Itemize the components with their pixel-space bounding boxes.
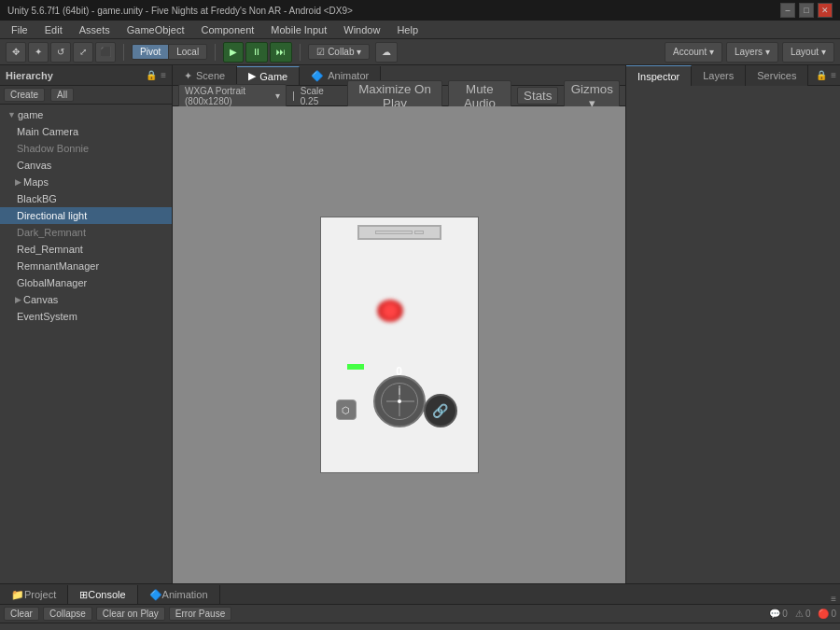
cloud-button[interactable]: ☁ [375,42,398,63]
warning-count: ⚠ 0 [795,609,811,619]
game-viewport: 0 🔗 ⬡ [173,106,625,583]
animation-icon: 🔷 [149,589,162,601]
tree-label-canvas-2: Canvas [23,294,58,305]
tree-item-main-camera[interactable]: Main Camera [0,123,172,140]
tree-item-dark-remnant[interactable]: Dark_Remnant [0,224,172,241]
tree-item-directional-light[interactable]: Directional light [0,207,172,224]
menu-file[interactable]: File [4,22,35,37]
tree-item-remnant-manager[interactable]: RemnantManager [0,258,172,274]
hierarchy-lock-icon[interactable]: 🔒 [146,70,157,80]
tab-console[interactable]: ⊞ Console [68,585,137,604]
console-status: 💬 0 ⚠ 0 🔴 0 [769,609,836,619]
inspector-label: Inspector [637,71,679,82]
stats-button[interactable]: Stats [517,87,558,105]
tree-item-blackbg[interactable]: BlackBG [0,190,172,207]
error-icon: 🔴 [818,609,829,619]
pause-button[interactable]: ⏸ [245,42,268,63]
tool-group: ✥ ✦ ↺ ⤢ ⬛ [6,42,116,63]
collab-button[interactable]: ☑ Collab ▾ [308,44,370,60]
inspector-menu-icon[interactable]: ≡ [831,70,836,80]
inspector-lock-icon[interactable]: 🔒 [816,70,827,80]
close-button[interactable]: ✕ [818,3,833,18]
game-toolbar: WXGA Portrait (800x1280) ▾ | Scale 0.25 … [173,86,625,106]
sep1 [123,44,124,61]
tree-item-global-manager[interactable]: GlobalManager [0,274,172,291]
menu-bar: File Edit Assets GameObject Component Mo… [0,21,840,39]
tab-project[interactable]: 📁 Project [0,585,68,604]
hand-tool[interactable]: ✥ [6,42,26,63]
move-tool[interactable]: ✦ [28,42,49,63]
all-button[interactable]: All [50,88,74,102]
layout-dropdown[interactable]: Layout ▾ [782,42,834,63]
menu-edit[interactable]: Edit [37,22,70,37]
console-toolbar: Clear Collapse Clear on Play Error Pause… [0,605,840,623]
clear-button[interactable]: Clear [4,607,39,621]
resolution-label: WXGA Portrait (800x1280) [185,86,273,106]
game-icon: ▶ [248,70,256,82]
rect-tool[interactable]: ⬛ [95,42,116,63]
menu-mobile-input[interactable]: Mobile Input [263,22,334,37]
tab-layers[interactable]: Layers [692,65,746,86]
rotate-tool[interactable]: ↺ [50,42,71,63]
account-dropdown[interactable]: Account ▾ [665,42,722,63]
phone-ui-bar [357,225,441,240]
tab-inspector[interactable]: Inspector [626,65,692,86]
right-tab-bar: Inspector Layers Services 🔒 ≡ [626,65,840,86]
layers-dropdown[interactable]: Layers ▾ [726,42,778,63]
collapse-button[interactable]: Collapse [43,607,92,621]
tree-item-game[interactable]: ▼ game [0,106,172,123]
console-tab-label: Console [88,589,125,600]
tree-label-remnant-manager: RemnantManager [17,260,99,272]
menu-component[interactable]: Component [193,22,261,37]
layers-tab-label: Layers [703,70,734,81]
joystick-inner: 0 [381,383,418,420]
resolution-dropdown[interactable]: WXGA Portrait (800x1280) ▾ [178,84,287,108]
services-tab-label: Services [757,70,796,81]
attack-button[interactable]: ⬡ [336,399,357,420]
tree-label-dark-remnant: Dark_Remnant [17,227,86,238]
link-button[interactable]: 🔗 [424,394,457,427]
tab-game[interactable]: ▶ Game [237,66,300,85]
tree-label-directional-light: Directional light [17,210,87,221]
pivot-button[interactable]: Pivot [133,45,169,59]
clear-on-play-button[interactable]: Clear on Play [96,607,165,621]
error-pause-button[interactable]: Error Pause [169,607,231,621]
menu-help[interactable]: Help [389,22,426,37]
tab-services[interactable]: Services [746,65,808,86]
menu-assets[interactable]: Assets [72,22,118,37]
tab-scene[interactable]: ✦ Scene [173,66,237,85]
local-button[interactable]: Local [169,45,206,59]
minimize-button[interactable]: – [780,3,795,18]
center-panel: ✦ Scene ▶ Game 🔷 Animator WXGA Portrait … [173,65,625,583]
console-area [0,623,840,630]
step-button[interactable]: ⏭ [270,42,292,63]
tree-item-maps[interactable]: ▶ Maps [0,174,172,190]
tree-item-canvas-2[interactable]: ▶ Canvas [0,291,172,308]
tree-label-blackbg: BlackBG [17,193,57,204]
console-icon: ⊞ [79,589,88,601]
scale-tool[interactable]: ⤢ [73,42,93,63]
bottom-menu-icon[interactable]: ≡ [831,594,836,604]
sep3 [300,44,301,61]
tree-label-maps: Maps [23,176,49,188]
toolbar: ✥ ✦ ↺ ⤢ ⬛ Pivot Local ▶ ⏸ ⏭ ☑ Collab ▾ ☁… [0,39,840,65]
play-button[interactable]: ▶ [223,42,244,63]
link-icon: 🔗 [432,403,448,418]
hierarchy-header-icons: 🔒 ≡ [146,70,166,80]
tab-game-label: Game [259,71,287,82]
tree-item-event-system[interactable]: EventSystem [0,308,172,325]
warning-icon: ⚠ [795,609,804,619]
tree-item-canvas-1[interactable]: Canvas [0,157,172,174]
tree-item-red-remnant[interactable]: Red_Remnant [0,241,172,258]
maximize-button[interactable]: □ [799,3,814,18]
tree-list: ▼ game Main Camera Shadow Bonnie Canvas … [0,105,172,583]
project-icon: 📁 [11,589,24,601]
menu-window[interactable]: Window [336,22,387,37]
hierarchy-menu-icon[interactable]: ≡ [161,70,166,80]
tab-animation[interactable]: 🔷 Animation [138,585,220,604]
tree-item-shadow-bonnie[interactable]: Shadow Bonnie [0,140,172,157]
tab-scene-label: Scene [196,70,225,81]
create-button[interactable]: Create [4,88,45,102]
main-area: Hierarchy 🔒 ≡ Create All ▼ game Main Cam… [0,65,840,583]
menu-gameobject[interactable]: GameObject [119,22,192,37]
